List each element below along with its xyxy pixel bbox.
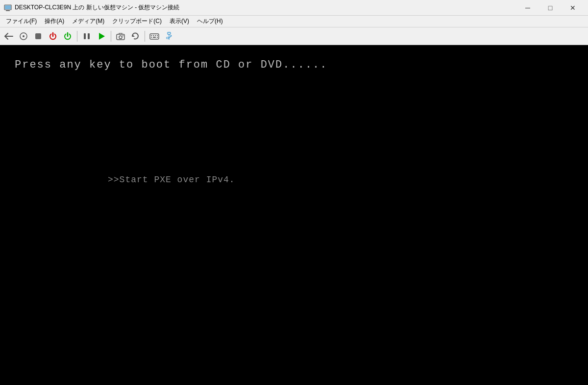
resume-button[interactable]: [95, 29, 108, 43]
svg-rect-7: [88, 33, 90, 39]
restore-button[interactable]: □: [539, 0, 562, 16]
start-button[interactable]: [61, 29, 74, 43]
svg-marker-8: [99, 33, 105, 40]
menu-bar: ファイル(F) 操作(A) メディア(M) クリップボード(C) 表示(V) ヘ…: [0, 16, 588, 27]
menu-view[interactable]: 表示(V): [166, 16, 193, 27]
svg-rect-18: [151, 37, 152, 38]
keyboard-button[interactable]: [147, 29, 161, 43]
boot-message: Press any key to boot from CD or DVD....…: [15, 59, 328, 71]
separator-2: [111, 31, 111, 42]
revert-button[interactable]: [128, 29, 142, 43]
window-title: DESKTOP-CLC3E9N 上の 新しい仮想マシン - 仮想マシン接続: [15, 3, 179, 12]
svg-point-25: [171, 35, 172, 36]
revert-icon: [130, 31, 140, 41]
usb-button[interactable]: [162, 29, 176, 43]
toolbar: [0, 27, 588, 45]
pause-button[interactable]: [80, 29, 94, 43]
svg-rect-14: [151, 35, 152, 36]
checkpoint-icon: [116, 31, 125, 41]
svg-rect-6: [84, 33, 86, 39]
menu-action[interactable]: 操作(A): [41, 16, 68, 27]
svg-rect-5: [35, 33, 41, 39]
menu-help[interactable]: ヘルプ(H): [193, 16, 227, 27]
svg-rect-23: [167, 37, 169, 39]
vm-icon: [4, 4, 12, 12]
svg-rect-2: [5, 5, 11, 9]
svg-rect-19: [153, 37, 156, 38]
svg-rect-1: [6, 10, 10, 11]
svg-rect-20: [157, 37, 158, 38]
back-icon: [4, 31, 14, 41]
resume-icon: [97, 31, 106, 41]
svg-rect-11: [122, 35, 123, 36]
svg-rect-21: [168, 32, 171, 34]
back-button[interactable]: [2, 29, 16, 43]
pxe-message: >>Start PXE over IPv4.: [108, 175, 235, 185]
stop-button[interactable]: [31, 29, 45, 43]
console-area[interactable]: Press any key to boot from CD or DVD....…: [0, 45, 588, 385]
svg-point-4: [23, 35, 24, 37]
title-bar: DESKTOP-CLC3E9N 上の 新しい仮想マシン - 仮想マシン接続 ─ …: [0, 0, 588, 16]
pause-icon: [82, 31, 92, 41]
separator-3: [145, 31, 145, 42]
separator-1: [77, 31, 77, 42]
usb-icon: [164, 31, 174, 41]
start-green-icon: [63, 31, 73, 41]
shutdown-button[interactable]: [46, 29, 60, 43]
svg-marker-12: [132, 34, 135, 37]
ctrl-alt-del-icon: [19, 31, 28, 41]
svg-rect-13: [150, 34, 159, 39]
close-button[interactable]: ✕: [562, 0, 584, 16]
menu-clipboard[interactable]: クリップボード(C): [108, 16, 166, 27]
ctrl-alt-del-button[interactable]: [17, 29, 30, 43]
keyboard-icon: [149, 31, 159, 41]
svg-rect-15: [153, 35, 154, 36]
svg-rect-16: [155, 35, 156, 36]
minimize-button[interactable]: ─: [516, 0, 539, 16]
svg-rect-17: [157, 35, 158, 36]
svg-point-10: [119, 36, 122, 39]
stop-icon: [33, 31, 43, 41]
checkpoint-button[interactable]: [114, 29, 127, 43]
window-controls: ─ □ ✕: [516, 0, 584, 16]
shutdown-red-icon: [48, 31, 58, 41]
menu-file[interactable]: ファイル(F): [2, 16, 41, 27]
menu-media[interactable]: メディア(M): [68, 16, 108, 27]
